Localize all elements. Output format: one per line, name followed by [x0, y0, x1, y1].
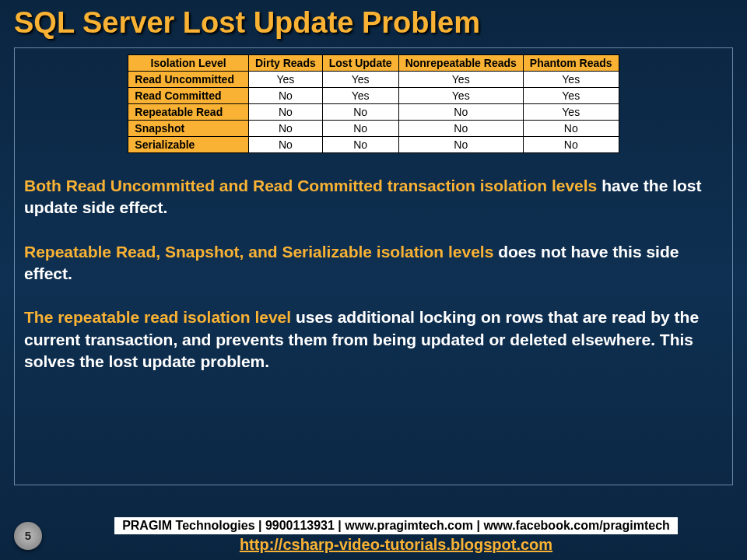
cell: Yes [398, 88, 523, 104]
cell: Yes [523, 104, 619, 121]
table-row: Read Committed No Yes Yes Yes [128, 88, 619, 104]
isolation-table: Isolation Level Dirty Reads Lost Update … [128, 54, 619, 153]
cell: No [398, 104, 523, 121]
table-wrap: Isolation Level Dirty Reads Lost Update … [24, 54, 723, 153]
paragraph-1: Both Read Uncommitted and Read Committed… [24, 175, 723, 219]
row-label: Serializable [128, 137, 249, 153]
cell: No [523, 137, 619, 153]
highlight: Repeatable Read, Snapshot, and Serializa… [24, 243, 498, 261]
table-row: Read Uncommitted Yes Yes Yes Yes [128, 72, 619, 88]
highlight: Both Read Uncommitted and Read Committed… [24, 177, 601, 194]
cell: No [322, 121, 398, 137]
table-row: Repeatable Read No No No Yes [128, 104, 619, 121]
cell: Yes [523, 72, 619, 88]
table-row: Snapshot No No No No [128, 121, 619, 137]
th-isolation: Isolation Level [128, 55, 249, 72]
th-nonrepeat: Nonrepeatable Reads [398, 55, 523, 72]
footer-bar: PRAGIM Technologies | 9900113931 | www.p… [114, 517, 678, 534]
cell: No [248, 137, 322, 153]
row-label: Repeatable Read [128, 104, 249, 121]
cell: No [398, 121, 523, 137]
paragraph-3: The repeatable read isolation level uses… [24, 306, 723, 373]
th-phantom: Phantom Reads [523, 55, 619, 72]
page-number: 5 [14, 522, 42, 550]
footer: 5 PRAGIM Technologies | 9900113931 | www… [0, 517, 747, 554]
row-label: Snapshot [128, 121, 249, 137]
paragraph-2: Repeatable Read, Snapshot, and Serializa… [24, 241, 723, 285]
cell: No [248, 88, 322, 104]
cell: No [523, 121, 619, 137]
cell: No [248, 104, 322, 121]
slide-title: SQL Server Lost Update Problem [0, 0, 747, 47]
cell: Yes [248, 72, 322, 88]
cell: Yes [322, 88, 398, 104]
cell: No [322, 104, 398, 121]
table-row: Serializable No No No No [128, 137, 619, 153]
content-box: Isolation Level Dirty Reads Lost Update … [14, 47, 733, 485]
cell: No [248, 121, 322, 137]
footer-link[interactable]: http://csharp-video-tutorials.blogspot.c… [240, 536, 552, 554]
footer-right: PRAGIM Technologies | 9900113931 | www.p… [59, 517, 733, 554]
row-label: Read Committed [128, 88, 249, 104]
highlight: The repeatable read isolation level [24, 308, 296, 326]
cell: Yes [398, 72, 523, 88]
th-dirty: Dirty Reads [248, 55, 322, 72]
table-header-row: Isolation Level Dirty Reads Lost Update … [128, 55, 619, 72]
row-label: Read Uncommitted [128, 72, 249, 88]
th-lost: Lost Update [322, 55, 398, 72]
cell: Yes [322, 72, 398, 88]
cell: No [398, 137, 523, 153]
cell: Yes [523, 88, 619, 104]
cell: No [322, 137, 398, 153]
